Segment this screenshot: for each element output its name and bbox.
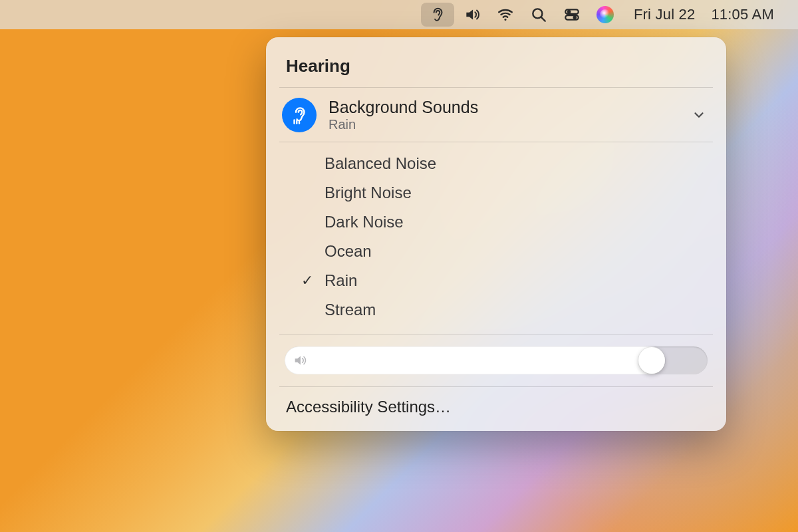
volume-slider[interactable] — [285, 346, 708, 374]
menubar-hearing-button[interactable] — [421, 3, 454, 27]
sound-option-label: Bright Noise — [325, 184, 412, 202]
background-sounds-label: Background Sounds — [329, 97, 692, 117]
menubar-spotlight-button[interactable] — [522, 0, 555, 29]
menubar: Fri Jul 22 11:05 AM — [0, 0, 798, 29]
sound-option-rain[interactable]: ✓ Rain — [266, 266, 726, 295]
sound-option-label: Stream — [325, 301, 376, 319]
sound-option-label: Balanced Noise — [325, 154, 436, 173]
hearing-panel: Hearing Background Sounds Rain Balanced … — [266, 37, 726, 431]
menubar-sound-button[interactable] — [456, 0, 489, 29]
svg-point-1 — [533, 9, 542, 18]
sound-list: Balanced Noise Bright Noise Dark Noise O… — [266, 142, 726, 334]
sound-option-stream[interactable]: Stream — [266, 295, 726, 325]
svg-point-6 — [574, 17, 576, 19]
siri-icon — [597, 6, 614, 23]
accessibility-settings-label: Accessibility Settings… — [286, 398, 451, 416]
volume-slider-row — [266, 334, 726, 386]
ear-waves-icon — [289, 105, 309, 125]
control-center-icon — [563, 6, 581, 23]
wifi-icon — [497, 6, 514, 23]
sound-option-bright-noise[interactable]: Bright Noise — [266, 178, 726, 207]
svg-line-2 — [541, 17, 545, 21]
sound-option-label: Rain — [325, 271, 357, 290]
accessibility-settings-button[interactable]: Accessibility Settings… — [266, 387, 726, 419]
menubar-time-text: 11:05 AM — [707, 6, 778, 23]
sound-option-balanced-noise[interactable]: Balanced Noise — [266, 149, 726, 178]
menubar-time[interactable]: 11:05 AM — [707, 0, 786, 29]
sound-option-dark-noise[interactable]: Dark Noise — [266, 207, 726, 237]
menubar-date[interactable]: Fri Jul 22 — [622, 0, 707, 29]
ear-icon — [429, 6, 446, 23]
panel-title: Hearing — [266, 52, 726, 87]
background-sounds-current: Rain — [329, 117, 692, 132]
sound-option-ocean[interactable]: Ocean — [266, 237, 726, 266]
menubar-siri-button[interactable] — [589, 0, 622, 29]
svg-point-4 — [568, 11, 570, 13]
menubar-wifi-button[interactable] — [489, 0, 522, 29]
search-icon — [530, 6, 547, 23]
sound-option-label: Ocean — [325, 242, 372, 261]
menubar-date-text: Fri Jul 22 — [630, 6, 699, 23]
speaker-icon — [293, 353, 307, 368]
sound-option-label: Dark Noise — [325, 213, 404, 231]
volume-slider-fill — [285, 346, 665, 374]
menubar-control-center-button[interactable] — [555, 0, 589, 29]
background-sounds-icon — [282, 98, 317, 132]
background-sounds-text: Background Sounds Rain — [329, 97, 692, 132]
chevron-down-icon — [692, 108, 706, 122]
svg-point-0 — [504, 19, 506, 21]
background-sounds-row[interactable]: Background Sounds Rain — [266, 88, 726, 142]
speaker-icon — [464, 6, 481, 23]
checkmark-icon: ✓ — [298, 272, 317, 289]
